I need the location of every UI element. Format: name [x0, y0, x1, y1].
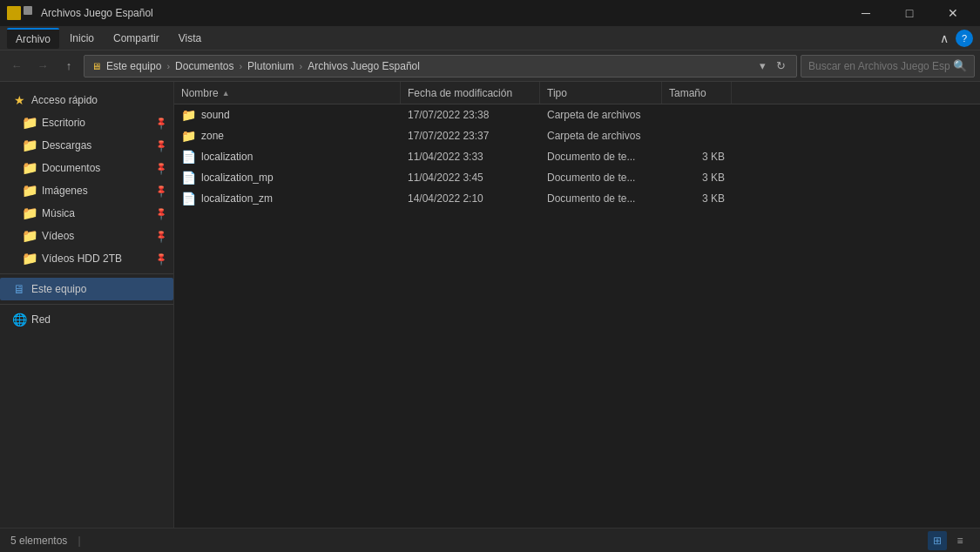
address-refresh-button[interactable]: ↻: [773, 57, 789, 74]
address-dropdown-button[interactable]: ▾: [756, 57, 769, 74]
sidebar-item-videos-hdd[interactable]: 📁 Vídeos HDD 2TB 📌: [0, 247, 173, 270]
pin-icon-descargas: 📌: [154, 138, 168, 152]
ribbon: Archivo Inicio Compartir Vista ∧ ?: [0, 26, 980, 50]
table-row[interactable]: 📄 localization_mp 11/04/2022 3:45 Docume…: [174, 167, 980, 188]
toolbar: ← → ↑ 🖥 Este equipo › Documentos › Pluto…: [0, 50, 980, 82]
pc-icon: 🖥: [12, 282, 26, 296]
file-name-text: localization_zm: [201, 192, 273, 205]
file-cell-date: 14/04/2022 2:10: [401, 188, 540, 209]
sidebar: ★ Acceso rápido 📁 Escritorio 📌 📁 Descarg…: [0, 82, 174, 528]
sidebar-item-imagenes[interactable]: 📁 Imágenes 📌: [0, 179, 173, 202]
folder-icon-videos-hdd: 📁: [23, 252, 37, 266]
sidebar-label-videos-hdd: Vídeos HDD 2TB: [42, 252, 151, 265]
sidebar-label-red: Red: [31, 313, 166, 326]
file-name-text: localization: [201, 151, 253, 163]
file-cell-size: [662, 104, 732, 125]
file-cell-type: Documento de te...: [540, 146, 662, 167]
window-controls: ─ □ ✕: [846, 0, 973, 26]
up-button[interactable]: ↑: [57, 55, 80, 77]
maximize-button[interactable]: □: [889, 0, 929, 26]
sidebar-item-red[interactable]: 🌐 Red: [0, 308, 173, 331]
file-cell-type: Documento de te...: [540, 167, 662, 188]
table-row[interactable]: 📄 localization_zm 14/04/2022 2:10 Docume…: [174, 188, 980, 209]
breadcrumb-sep-1: ›: [166, 61, 170, 71]
file-cell-date: 11/04/2022 3:45: [401, 167, 540, 188]
sidebar-item-documentos[interactable]: 📁 Documentos 📌: [0, 157, 173, 179]
folder-icon-musica: 📁: [23, 206, 37, 220]
sidebar-item-este-equipo[interactable]: 🖥 Este equipo: [0, 278, 173, 300]
breadcrumb-sep-3: ›: [299, 61, 302, 71]
file-cell-type: Documento de te...: [540, 188, 662, 209]
file-cell-type: Carpeta de archivos: [540, 104, 662, 125]
pin-icon-documentos: 📌: [154, 161, 168, 175]
minimize-button[interactable]: ─: [846, 0, 886, 26]
sidebar-label-este-equipo: Este equipo: [31, 283, 166, 295]
status-right-controls: ⊞ ≡: [928, 531, 970, 550]
breadcrumb-documentos[interactable]: Documentos: [175, 60, 233, 72]
title-bar: Archivos Juego Español ─ □ ✕: [0, 0, 980, 26]
sidebar-label-documentos: Documentos: [42, 162, 151, 174]
file-cell-size: 3 KB: [662, 146, 732, 167]
breadcrumb-archivos[interactable]: Archivos Juego Español: [308, 60, 420, 72]
file-list: Nombre ▲ Fecha de modificación Tipo Tama…: [174, 82, 980, 528]
column-header-type[interactable]: Tipo: [540, 82, 662, 104]
search-input[interactable]: [808, 60, 950, 72]
back-button[interactable]: ←: [5, 55, 28, 77]
sidebar-item-videos[interactable]: 📁 Vídeos 📌: [0, 225, 173, 247]
breadcrumb-sep-2: ›: [239, 61, 242, 71]
table-row[interactable]: 📁 sound 17/07/2022 23:38 Carpeta de arch…: [174, 104, 980, 125]
column-name-label: Nombre: [181, 87, 219, 99]
address-bar[interactable]: 🖥 Este equipo › Documentos › Plutonium ›…: [84, 55, 797, 77]
sort-arrow-name: ▲: [222, 89, 230, 98]
file-icon: 📄: [181, 192, 196, 205]
sidebar-item-acceso-rapido[interactable]: ★ Acceso rápido: [0, 89, 173, 111]
folder-icon-imagenes: 📁: [23, 184, 37, 198]
column-size-label: Tamaño: [669, 87, 706, 99]
folder-icon: 📁: [181, 129, 196, 143]
view-list-button[interactable]: ≡: [950, 531, 970, 550]
file-cell-size: 3 KB: [662, 188, 732, 209]
breadcrumb-este-equipo[interactable]: Este equipo: [106, 60, 161, 72]
sidebar-item-escritorio[interactable]: 📁 Escritorio 📌: [0, 111, 173, 134]
breadcrumb-plutonium[interactable]: Plutonium: [247, 60, 294, 72]
search-bar[interactable]: 🔍: [801, 55, 975, 77]
ribbon-collapse-button[interactable]: ∧: [936, 30, 952, 47]
file-icon: 📄: [181, 150, 196, 164]
folder-icon: 📁: [181, 108, 196, 122]
sidebar-item-descargas[interactable]: 📁 Descargas 📌: [0, 134, 173, 157]
column-header-name[interactable]: Nombre ▲: [174, 82, 401, 104]
pin-icon-videos: 📌: [154, 229, 168, 243]
star-icon: ★: [12, 93, 26, 107]
ribbon-tab-vista[interactable]: Vista: [170, 29, 210, 48]
folder-icon-descargas: 📁: [23, 138, 37, 152]
file-name-text: sound: [201, 109, 230, 121]
sidebar-label-escritorio: Escritorio: [42, 117, 151, 129]
sidebar-label-descargas: Descargas: [42, 139, 151, 151]
network-icon: 🌐: [12, 313, 26, 326]
close-button[interactable]: ✕: [933, 0, 973, 26]
file-cell-name: 📄 localization_mp: [174, 167, 401, 188]
ribbon-help-button[interactable]: ?: [956, 30, 973, 47]
column-type-label: Tipo: [547, 87, 567, 99]
title-folder-icon: [7, 6, 21, 20]
sidebar-divider-2: [0, 304, 173, 305]
file-cell-name: 📄 localization: [174, 146, 401, 167]
window-title: Archivos Juego Español: [41, 7, 842, 19]
ribbon-tab-archivo[interactable]: Archivo: [7, 28, 59, 49]
file-cell-name: 📁 sound: [174, 104, 401, 125]
view-icons-button[interactable]: ⊞: [928, 531, 947, 550]
sidebar-item-musica[interactable]: 📁 Música 📌: [0, 202, 173, 225]
file-cell-date: 11/04/2022 3:33: [401, 146, 540, 167]
column-header-size[interactable]: Tamaño: [662, 82, 732, 104]
forward-button[interactable]: →: [31, 55, 54, 77]
sidebar-label-imagenes: Imágenes: [42, 185, 151, 197]
ribbon-right-controls: ∧ ?: [936, 30, 973, 47]
column-header-date[interactable]: Fecha de modificación: [401, 82, 540, 104]
status-separator: |: [78, 535, 80, 547]
file-cell-size: [662, 125, 732, 146]
table-row[interactable]: 📁 zone 17/07/2022 23:37 Carpeta de archi…: [174, 125, 980, 146]
table-row[interactable]: 📄 localization 11/04/2022 3:33 Documento…: [174, 146, 980, 167]
pin-icon-imagenes: 📌: [154, 184, 168, 198]
ribbon-tab-inicio[interactable]: Inicio: [61, 29, 103, 48]
ribbon-tab-compartir[interactable]: Compartir: [105, 29, 168, 48]
